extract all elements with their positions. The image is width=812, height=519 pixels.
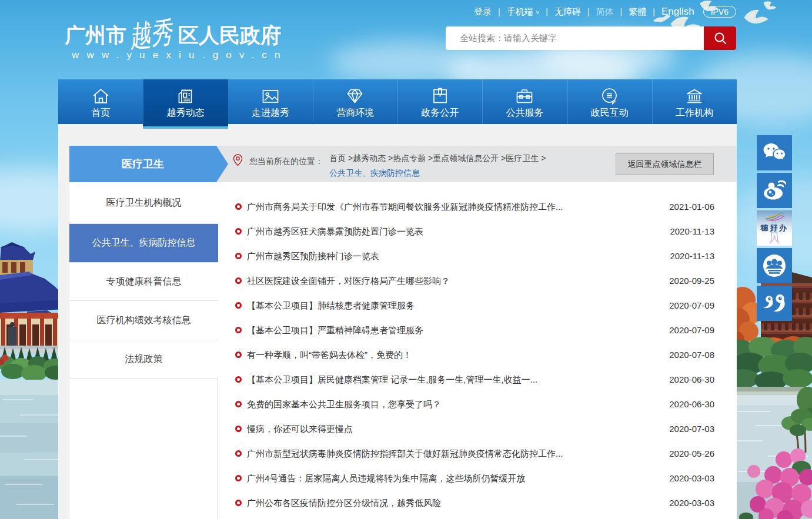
svg-text:穗好办: 穗好办 xyxy=(760,223,788,232)
